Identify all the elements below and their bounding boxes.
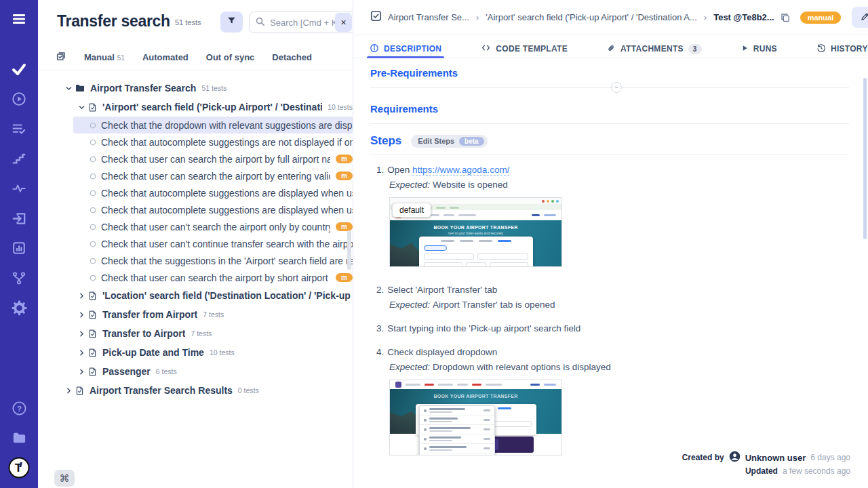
- funnel-icon: [226, 16, 237, 28]
- tree-suite-row[interactable]: 'Airport' search field ('Pick-up Airport…: [38, 98, 353, 117]
- test-circle-icon: [90, 241, 96, 247]
- tab-attachments[interactable]: ATTACHMENTS 3: [607, 35, 702, 58]
- tree-folder-row[interactable]: Airport Transfer Search51 tests: [38, 79, 353, 98]
- section-divider: [370, 87, 849, 88]
- tab-code-template[interactable]: CODE TEMPLATE: [481, 35, 568, 58]
- document-check-icon: [87, 310, 98, 320]
- step-screenshot[interactable]: BOOK YOUR AIRPORT TRANSFER Get to your h…: [389, 197, 562, 267]
- pre-requirements-heading: Pre-Requirements: [370, 67, 849, 79]
- updated-ago: a few seconds ago: [783, 466, 850, 476]
- edit-steps-button[interactable]: Edit Steps beta: [411, 135, 487, 148]
- tree-item-label: Check that user can't continue transfer …: [101, 239, 353, 249]
- copy-icon[interactable]: [780, 12, 791, 23]
- left-panel-scrollbar[interactable]: [347, 230, 351, 270]
- activity-icon[interactable]: [0, 175, 38, 202]
- tree-case-row[interactable]: Check that user can't search the airport…: [73, 218, 353, 235]
- breadcrumb-suite[interactable]: Airport Transfer Se...: [388, 12, 469, 22]
- step-action: Check displayed dropdown: [387, 347, 497, 357]
- filter-button[interactable]: [220, 12, 243, 33]
- manual-mini-badge: m: [336, 155, 353, 163]
- test-circle-icon: [90, 122, 96, 129]
- test-circle-icon: [90, 139, 96, 146]
- svg-text:?: ?: [16, 404, 21, 412]
- tab-description[interactable]: DESCRIPTION: [370, 35, 441, 58]
- document-check-icon: [75, 386, 85, 396]
- app-logo[interactable]: T: [0, 454, 38, 481]
- mock-site-header: [390, 380, 561, 389]
- description-content: Pre-Requirements Requirements Steps Edit…: [353, 59, 868, 461]
- tree-case-row[interactable]: Check that user can't continue transfer …: [73, 235, 353, 252]
- document-check-icon: [87, 348, 98, 358]
- tree-case-row[interactable]: Check that autocomplete suggestions are …: [73, 201, 353, 218]
- breadcrumb-test[interactable]: Test @Te8b2...: [713, 12, 774, 22]
- check-icon[interactable]: [0, 56, 38, 83]
- suite-panel-header: Transfer search 51 tests ×: [38, 0, 353, 45]
- step-item: 2.Select 'Airport Transfer' tab Expected…: [376, 285, 849, 310]
- step-link[interactable]: https://www.agoda.com/: [412, 165, 509, 176]
- app-window: ? T Transfer search 51 tests ×: [0, 0, 868, 488]
- tree-item-count: 51 tests: [201, 84, 226, 92]
- tree-case-row[interactable]: Check that autocomplete suggestings are …: [73, 134, 353, 150]
- gear-icon[interactable]: [0, 294, 38, 321]
- sign-in-icon[interactable]: [0, 205, 38, 232]
- tab-runs[interactable]: RUNS: [741, 35, 777, 58]
- tab-out-of-sync[interactable]: Out of sync: [206, 52, 255, 62]
- step-expected: Expected:Dropdown with relevant options …: [389, 362, 849, 372]
- help-icon[interactable]: ?: [0, 394, 38, 422]
- tab-history[interactable]: HISTORY: [816, 35, 868, 58]
- test-circle-icon: [90, 207, 96, 214]
- step-number: 1.: [376, 165, 384, 175]
- projects-folder-icon[interactable]: [0, 424, 38, 451]
- tree-item-label: Check that autocomplete suggestions are …: [101, 188, 353, 199]
- tree-case-row[interactable]: Check that user can search the airport b…: [73, 150, 353, 167]
- tab-manual[interactable]: Manual51: [84, 52, 125, 62]
- tree-case-row[interactable]: Check that the dropdown with relevant su…: [73, 117, 353, 134]
- detail-scrollbar[interactable]: [863, 78, 867, 239]
- tree-item-count: 6 tests: [156, 367, 177, 375]
- menu-icon[interactable]: [0, 5, 38, 33]
- tree-suite-row[interactable]: Transfer from Airport7 tests: [38, 305, 353, 324]
- chevron-right-icon: [78, 292, 85, 300]
- code-icon: [481, 43, 491, 54]
- tree-case-row[interactable]: Check that the suggestions in the 'Airpo…: [73, 252, 353, 269]
- beta-badge: beta: [459, 137, 484, 146]
- collapse-toggle[interactable]: [611, 82, 622, 93]
- steps-list: 1.Open https://www.agoda.com/ Expected:W…: [370, 165, 849, 455]
- tab-detached[interactable]: Detached: [272, 52, 312, 62]
- tree-case-row[interactable]: Check that autocomplete suggestions are …: [73, 184, 353, 201]
- manual-badge: manual: [800, 12, 842, 24]
- manual-mini-badge: m: [336, 273, 353, 282]
- shared-steps-icon[interactable]: [0, 145, 38, 172]
- report-chart-icon[interactable]: [0, 235, 38, 262]
- tree-item-label: Check that user can search the airport b…: [101, 272, 330, 283]
- tree-item-count: 10 tests: [328, 103, 353, 111]
- tree-suite-row[interactable]: Passenger6 tests: [38, 362, 353, 381]
- branch-icon[interactable]: [0, 264, 38, 291]
- suite-filter-tabs: Manual51 Automated Out of sync Detached: [38, 45, 353, 70]
- tree-case-row[interactable]: Check that user can search the airport b…: [73, 269, 353, 286]
- search-clear-button[interactable]: ×: [335, 13, 352, 32]
- updated-label: Updated: [745, 466, 778, 476]
- search-icon: [255, 16, 265, 29]
- edit-button[interactable]: Edit: [852, 7, 868, 28]
- manual-mini-badge: m: [336, 171, 353, 180]
- pencil-icon: [861, 12, 868, 23]
- created-by-user[interactable]: Unknown user: [745, 453, 806, 463]
- tree-case-row[interactable]: Check that user can search the airport b…: [73, 167, 353, 184]
- step-item: 3.Start typing into the 'Pick-up airport…: [376, 323, 849, 333]
- select-all-icon[interactable]: [56, 51, 66, 64]
- mock-hero: BOOK YOUR AIRPORT TRANSFER Get to your h…: [390, 220, 561, 266]
- tab-automated[interactable]: Automated: [142, 52, 189, 62]
- tree-suite-row[interactable]: Pick-up Date and Time10 tests: [38, 343, 353, 362]
- tree-suite-row[interactable]: Transfer to Airport7 tests: [38, 324, 353, 343]
- tree-suite-row[interactable]: 'Location' search field ('Destination Lo…: [38, 286, 353, 305]
- step-screenshot[interactable]: BOOK YOUR AIRPORT TRANSFER: [389, 380, 562, 455]
- test-circle-icon: [90, 173, 96, 180]
- cmd-shortcut-button[interactable]: ⌘: [54, 470, 75, 487]
- breadcrumb-section[interactable]: 'Airport' search field ('Pick-up Airport…: [486, 12, 697, 22]
- tree-item-label: Airport Transfer Search Results: [90, 385, 233, 396]
- tree-suite-row[interactable]: Airport Transfer Search Results0 tests: [38, 381, 353, 400]
- play-circle-icon[interactable]: [0, 85, 38, 113]
- document-check-icon: [87, 102, 98, 113]
- list-check-icon[interactable]: [0, 115, 38, 142]
